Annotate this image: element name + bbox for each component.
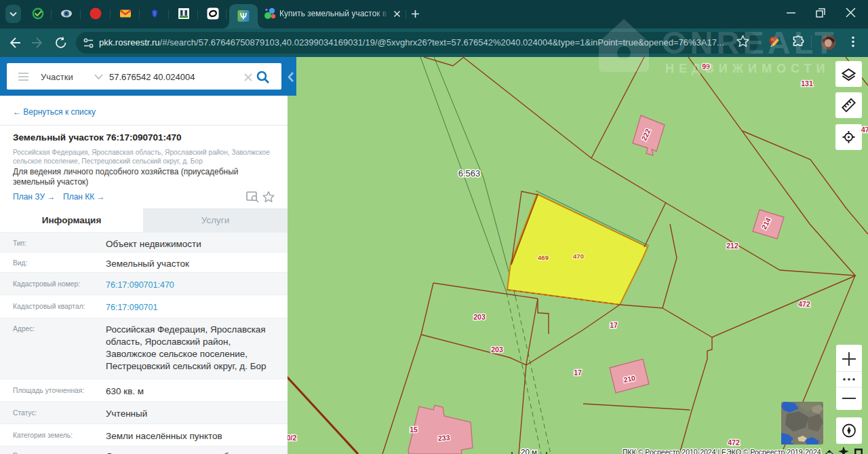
svg-text:6.563: 6.563 xyxy=(458,168,481,178)
svg-text:469: 469 xyxy=(538,254,549,261)
svg-text:131: 131 xyxy=(801,79,813,88)
svg-text:ПКК © Росреестр 2010-2024 | ЕЭ: ПКК © Росреестр 2010-2024 | ЕЭКО © Росре… xyxy=(623,448,821,454)
svg-text:17: 17 xyxy=(574,368,582,377)
svg-text:203: 203 xyxy=(491,345,503,354)
svg-text:470: 470 xyxy=(573,252,584,260)
svg-text:203: 203 xyxy=(473,313,486,321)
svg-text:212: 212 xyxy=(726,242,738,250)
svg-text:99: 99 xyxy=(702,62,710,71)
svg-text:472: 472 xyxy=(798,300,810,308)
svg-text:472: 472 xyxy=(861,126,868,134)
svg-text:472: 472 xyxy=(728,438,740,447)
svg-text:17: 17 xyxy=(610,321,618,329)
svg-text:20 м: 20 м xyxy=(521,448,537,454)
svg-text:233: 233 xyxy=(437,433,450,442)
svg-text:15: 15 xyxy=(410,425,418,434)
svg-text:0/2: 0/2 xyxy=(288,434,296,442)
